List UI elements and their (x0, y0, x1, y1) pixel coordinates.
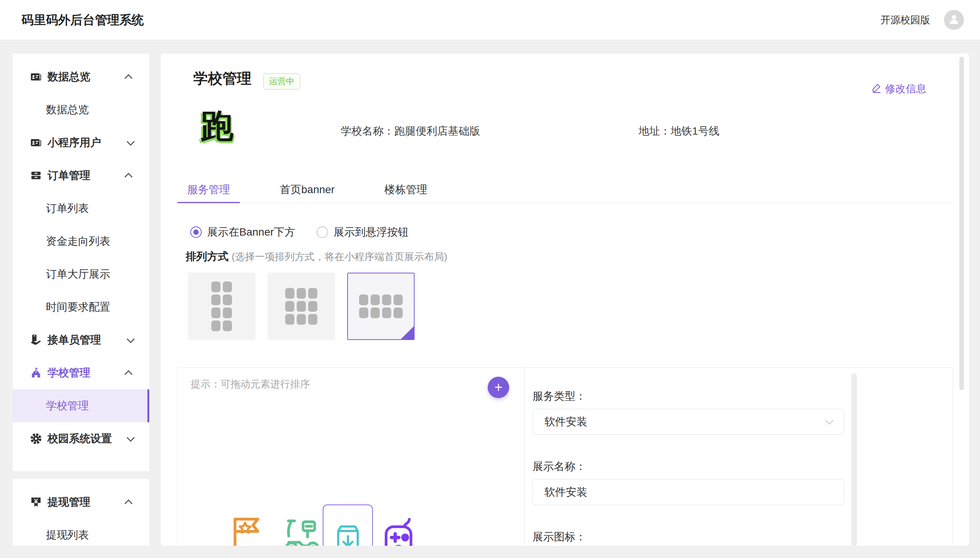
display-name-label: 展示名称： (532, 460, 586, 474)
sidebar-item-label: 提现列表 (46, 528, 89, 542)
sidebar-item-label: 数据总览 (46, 102, 89, 117)
courier-icon (30, 334, 42, 346)
school-logo: 跑 (201, 109, 234, 142)
top-header: 码里码外后台管理系统 开源校园版 (0, 0, 980, 40)
service-type-value: 软件安装 (544, 415, 587, 429)
chevron-up-icon (124, 499, 132, 507)
id-card-icon (30, 136, 42, 149)
sidebar-item-order-management[interactable]: 订单管理 (13, 159, 149, 192)
sidebar-subitem-time-requirement-config[interactable]: 时间要求配置 (13, 290, 149, 323)
sidebar-item-label: 小程序用户 (48, 135, 101, 150)
school-address-text: 地址：地铁1号线 (639, 124, 720, 138)
grid-preview-2x4 (211, 281, 232, 331)
sidebar-subitem-school-management[interactable]: 学校管理 (13, 389, 149, 422)
scooter-icon[interactable] (280, 513, 323, 546)
id-card-icon (30, 71, 42, 83)
sidebar-item-label: 资金走向列表 (46, 234, 110, 249)
gear-icon (30, 433, 42, 445)
gamepad-icon[interactable] (379, 516, 418, 546)
app-title: 码里码外后台管理系统 (21, 0, 144, 40)
layout-options (188, 273, 415, 340)
grid-preview-3x3 (285, 288, 317, 325)
sidebar-item-label: 学校管理 (46, 399, 89, 413)
layout-option-3-columns[interactable] (268, 273, 335, 340)
grid-preview-4x2 (359, 294, 403, 318)
tab-service-management[interactable]: 服务管理 (177, 179, 240, 204)
display-name-field (532, 479, 844, 505)
sidebar-item-courier-management[interactable]: 接单员管理 (13, 323, 149, 356)
tab-bar: 服务管理 首页banner 楼栋管理 (177, 179, 467, 204)
main-content-card: 学校管理 运营中 修改信息 跑 学校名称：跑腿便利店基础版 地址：地铁1号线 服… (161, 54, 969, 546)
panel-scrollbar-thumb[interactable] (852, 373, 857, 546)
sidebar-item-label: 订单大厅展示 (46, 267, 110, 281)
sidebar-subitem-order-hall-display[interactable]: 订单大厅展示 (13, 258, 149, 290)
radio-floating-button[interactable] (316, 226, 328, 238)
sidebar-subitem-order-list[interactable]: 订单列表 (13, 192, 149, 225)
sidebar-section-withdraw: 提现管理 提现列表 (13, 479, 149, 546)
sidebar-item-label: 订单列表 (46, 201, 89, 216)
page: 码里码外后台管理系统 开源校园版 数据总览 数据总览 小程序用户 订单管理 订单… (0, 0, 980, 558)
tab-divider (177, 203, 953, 204)
sidebar-item-data-overview[interactable]: 数据总览 (13, 61, 149, 93)
chevron-down-icon (127, 434, 135, 442)
service-sort-panel: 提示：可拖动元素进行排序 + 服务类型： 软件安装 展示名称： (177, 367, 953, 546)
layout-option-4-columns[interactable] (347, 273, 415, 340)
flag-icon[interactable] (226, 512, 268, 546)
display-position-options: 展示在Banner下方 展示到悬浮按钮 (190, 225, 430, 240)
tab-building-management[interactable]: 楼栋管理 (374, 179, 437, 204)
user-avatar[interactable] (944, 10, 964, 30)
radio-banner-below[interactable] (190, 226, 202, 238)
chevron-down-icon (825, 417, 833, 425)
page-title: 学校管理 (193, 69, 252, 89)
sidebar-item-label: 校园系统设置 (48, 432, 112, 446)
add-service-button[interactable]: + (488, 377, 509, 398)
sidebar-item-label: 接单员管理 (48, 333, 101, 347)
sidebar-item-label: 数据总览 (48, 70, 91, 84)
display-icon-label: 展示图标： (532, 530, 586, 544)
sidebar-item-label: 订单管理 (48, 168, 91, 183)
drawer-icon (30, 169, 42, 182)
sidebar-item-label: 时间要求配置 (46, 300, 110, 314)
sidebar-item-school-management[interactable]: 学校管理 (13, 356, 149, 389)
school-icon (30, 367, 42, 379)
tab-home-banner[interactable]: 首页banner (270, 179, 344, 204)
edit-info-label: 修改信息 (885, 82, 926, 95)
arrangement-row: 排列方式(选择一项排列方式，将在小程序端首页展示布局) (186, 249, 447, 264)
edit-pencil-icon (871, 82, 882, 95)
chevron-up-icon (124, 74, 132, 82)
layout-option-2-columns[interactable] (188, 273, 255, 340)
sidebar-subitem-fund-flow-list[interactable]: 资金走向列表 (13, 225, 149, 258)
person-icon (947, 13, 960, 27)
edition-label: 开源校园版 (881, 0, 930, 40)
sidebar-item-campus-system-settings[interactable]: 校园系统设置 (13, 422, 149, 455)
arrangement-label: 排列方式 (186, 251, 229, 263)
sidebar-subitem-withdraw-list[interactable]: 提现列表 (13, 519, 149, 546)
box-download-icon[interactable] (330, 520, 366, 546)
drag-hint-text: 提示：可拖动元素进行排序 (191, 377, 310, 391)
radio-label: 展示在Banner下方 (207, 225, 295, 240)
sidebar-item-label: 提现管理 (48, 495, 91, 509)
chevron-up-icon (124, 370, 132, 378)
chevron-down-icon (127, 138, 135, 146)
radio-label: 展示到悬浮按钮 (333, 225, 408, 240)
chevron-up-icon (124, 172, 132, 181)
sidebar-item-miniprogram-users[interactable]: 小程序用户 (13, 126, 149, 159)
withdraw-icon (30, 496, 42, 508)
sidebar-item-withdraw-management[interactable]: 提现管理 (13, 486, 149, 519)
display-name-input[interactable] (544, 479, 832, 505)
service-type-select[interactable]: 软件安装 (532, 409, 844, 435)
arrangement-hint: (选择一项排列方式，将在小程序端首页展示布局) (232, 251, 447, 263)
chevron-down-icon (127, 335, 135, 343)
sidebar-subitem-data-overview[interactable]: 数据总览 (13, 93, 149, 126)
edit-info-link[interactable]: 修改信息 (871, 82, 926, 95)
panel-divider (524, 368, 525, 546)
school-name-text: 学校名称：跑腿便利店基础版 (341, 124, 480, 138)
status-badge: 运营中 (264, 74, 300, 90)
sidebar: 数据总览 数据总览 小程序用户 订单管理 订单列表 资金走向列表 订单大厅展示 … (13, 54, 149, 471)
sidebar-item-label: 学校管理 (48, 366, 91, 380)
service-type-label: 服务类型： (532, 389, 586, 404)
page-scrollbar-thumb[interactable] (959, 57, 964, 390)
